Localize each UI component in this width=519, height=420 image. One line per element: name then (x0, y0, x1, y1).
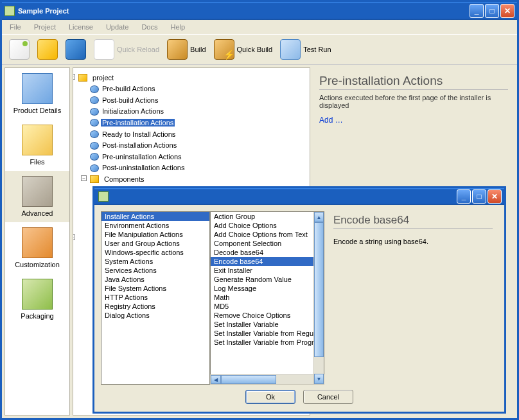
tree-node[interactable]: Post-uninstallation Actions (101, 164, 186, 171)
category-option[interactable]: Dialog Actions (101, 311, 209, 320)
menu-docs[interactable]: Docs (137, 22, 161, 32)
sidebar-files[interactable]: Files (5, 119, 69, 171)
menu-file[interactable]: File (6, 22, 25, 32)
menu-help[interactable]: Help (166, 22, 189, 32)
category-list[interactable]: Installer ActionsEnvironment ActionsFile… (101, 211, 210, 385)
category-option[interactable]: File System Actions (101, 284, 209, 293)
category-option[interactable]: File Manipulation Actions (101, 230, 209, 239)
cancel-button[interactable]: Cancel (303, 390, 353, 404)
category-option[interactable]: Environment Actions (101, 221, 209, 230)
category-option[interactable]: User and Group Actions (101, 239, 209, 248)
category-option[interactable]: Java Actions (101, 275, 209, 284)
action-list[interactable]: Action GroupAdd Choice OptionsAdd Choice… (211, 212, 313, 384)
info-description: Actions executed before the first page o… (319, 94, 508, 109)
action-option[interactable]: Component Selection (211, 239, 313, 248)
toolbar-build[interactable]: Build (165, 37, 207, 62)
category-option[interactable]: Installer Actions (101, 212, 209, 221)
save-disk-icon (66, 39, 86, 60)
action-option[interactable]: MD5 (211, 302, 313, 311)
main-close-button[interactable]: ✕ (500, 4, 515, 18)
detail-description: Encode a string using base64. (333, 238, 493, 245)
toolbar-save[interactable] (64, 37, 88, 62)
action-icon (90, 153, 99, 161)
dialog-titlebar[interactable]: _ □ ✕ (94, 188, 504, 205)
menu-update[interactable]: Update (102, 22, 132, 32)
action-option[interactable]: Set Installer Variable from Regular (211, 329, 313, 338)
tree-node[interactable]: Initialization Actions (101, 107, 165, 115)
action-option[interactable]: Encode base64 (211, 257, 313, 266)
action-icon (90, 130, 99, 138)
maximize-button[interactable]: □ (485, 4, 499, 18)
tree-node[interactable]: Post-installation Actions (101, 141, 178, 149)
test-run-icon (280, 39, 301, 60)
action-option[interactable]: Generate Random Value (211, 275, 313, 284)
window-title: Sample Project (18, 7, 470, 15)
info-title: Pre-installation Actions (319, 74, 508, 90)
action-option[interactable]: Set Installer Variable from Program (211, 338, 313, 347)
toolbar-new[interactable] (7, 37, 31, 62)
toolbar-quick-reload[interactable]: Quick Reload (92, 37, 161, 62)
sidebar-label: Advanced (22, 209, 53, 217)
scroll-thumb[interactable] (314, 222, 324, 357)
reload-icon (94, 39, 114, 60)
sidebar-product-details[interactable]: Product Details (5, 68, 69, 119)
action-option[interactable]: Action Group (211, 212, 313, 221)
toolbar-open[interactable] (35, 37, 60, 62)
sidebar-advanced[interactable]: Advanced (5, 171, 69, 222)
tree-node-selected[interactable]: Pre-installation Actions (101, 119, 175, 127)
add-link[interactable]: Add … (319, 116, 508, 125)
action-option[interactable]: Exit Installer (211, 266, 313, 275)
dialog-minimize-button[interactable]: _ (457, 189, 471, 204)
scroll-left-button[interactable]: ◀ (211, 375, 221, 384)
action-list-hscroll[interactable]: ◀ ▶ (210, 374, 324, 385)
sidebar-customization[interactable]: Customization (5, 222, 69, 274)
toolbar-test-run[interactable]: Test Run (278, 37, 333, 62)
action-option[interactable]: Remove Choice Options (211, 311, 313, 320)
minimize-button[interactable]: _ (470, 4, 484, 18)
tree-node[interactable]: Pre-uninstallation Actions (101, 153, 183, 161)
scroll-up-button[interactable]: ▲ (314, 212, 324, 222)
tree-node[interactable]: Pre-build Actions (101, 85, 157, 92)
category-option[interactable]: Windows-specific actions (101, 248, 209, 257)
category-option[interactable]: HTTP Actions (101, 293, 209, 302)
quick-build-label: Quick Build (237, 46, 273, 53)
tree-node[interactable]: Post-build Actions (101, 96, 159, 104)
dialog-icon (98, 191, 109, 202)
main-titlebar[interactable]: Sample Project _ □ ✕ (2, 2, 517, 20)
tree-node[interactable]: Components (103, 175, 145, 183)
tree-toggle[interactable]: − (81, 175, 87, 181)
app-icon (4, 6, 15, 16)
action-option[interactable]: Decode base64 (211, 248, 313, 257)
palette-icon (22, 227, 53, 258)
open-folder-icon (37, 39, 58, 60)
menu-license[interactable]: License (65, 22, 97, 32)
hscroll-thumb[interactable] (221, 375, 276, 384)
action-option[interactable]: Set Installer Variable (211, 320, 313, 329)
test-run-label: Test Run (303, 46, 331, 53)
dialog-close-button[interactable]: ✕ (488, 189, 502, 204)
action-list-vscroll[interactable]: ▲ ▼ (313, 212, 324, 384)
action-option[interactable]: Add Choice Options from Text (211, 230, 313, 239)
action-list-wrap: Action GroupAdd Choice OptionsAdd Choice… (210, 211, 324, 385)
action-option[interactable]: Add Choice Options (211, 221, 313, 230)
menu-project[interactable]: Project (30, 22, 60, 32)
dialog-maximize-button[interactable]: □ (472, 189, 486, 204)
tree-toggle[interactable]: + (73, 234, 75, 240)
category-option[interactable]: System Actions (101, 257, 209, 266)
package-icon (22, 279, 53, 310)
action-icon (90, 164, 99, 172)
ok-button[interactable]: Ok (245, 390, 295, 404)
toolbar: Quick Reload Build Quick Build Test Run (2, 34, 517, 65)
scroll-down-button[interactable]: ▼ (314, 374, 324, 384)
action-option[interactable]: Log Message (211, 284, 313, 293)
tree-node[interactable]: Ready to Install Actions (101, 130, 177, 138)
category-option[interactable]: Registry Actions (101, 302, 209, 311)
toolbar-quick-build[interactable]: Quick Build (212, 37, 275, 62)
sidebar-packaging[interactable]: Packaging (5, 274, 69, 325)
category-option[interactable]: Services Actions (101, 266, 209, 275)
tree-toggle[interactable]: − (73, 74, 75, 80)
tree-node-project[interactable]: project (91, 74, 115, 82)
sidebar-label: Packaging (21, 312, 53, 320)
action-option[interactable]: Math (211, 293, 313, 302)
gears-icon (22, 176, 53, 207)
